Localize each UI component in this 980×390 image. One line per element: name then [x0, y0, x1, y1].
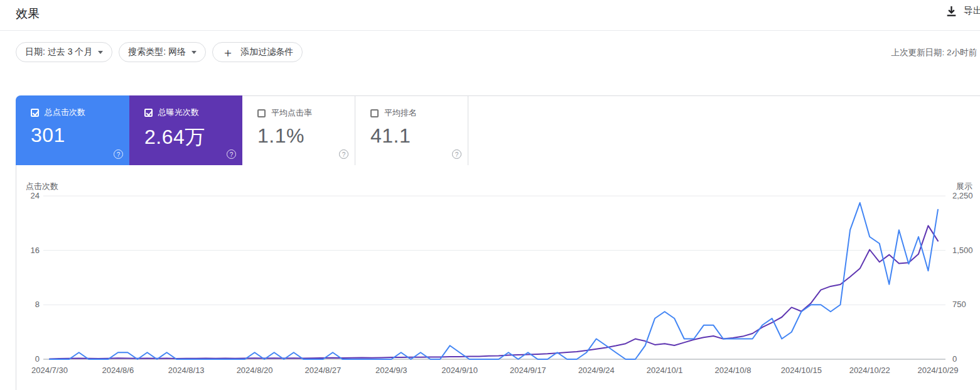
- x-axis-tick: 2024/9/3: [375, 366, 407, 375]
- download-icon: [945, 5, 957, 17]
- x-axis-tick: 2024/7/30: [31, 366, 68, 375]
- x-axis-tick: 2024/8/20: [237, 366, 273, 375]
- y-right-tick: 750: [952, 300, 966, 309]
- y-left-tick: 24: [31, 191, 40, 200]
- x-axis-tick: 2024/10/22: [849, 366, 890, 375]
- date-filter-label: 日期: 过去 3 个月: [25, 46, 92, 58]
- add-filter-label: 添加过滤条件: [240, 46, 293, 58]
- y-left-axis-title: 点击次数: [26, 181, 58, 191]
- header-divider: [0, 30, 980, 31]
- y-right-tick: 2,250: [952, 191, 973, 200]
- plus-icon: ＋: [222, 46, 234, 58]
- performance-panel: 总点击次数 301 ? 总曝光次数 2.64万 ? 平均点击率 1.1% ? 平…: [16, 95, 980, 390]
- impressions-line: [50, 225, 938, 359]
- y-left-tick: 16: [31, 246, 40, 255]
- export-button[interactable]: 导出: [945, 5, 980, 17]
- y-right-tick: 0: [952, 354, 957, 364]
- x-axis-tick: 2024/10/29: [918, 366, 959, 375]
- x-axis-tick: 2024/8/6: [102, 366, 134, 375]
- clicks-line: [50, 203, 938, 359]
- filter-bar: 日期: 过去 3 个月 搜索类型: 网络 ＋ 添加过滤条件: [16, 42, 303, 62]
- chevron-down-icon: [191, 51, 197, 54]
- y-right-tick: 1,500: [952, 246, 973, 255]
- x-axis-tick: 2024/8/13: [168, 366, 205, 375]
- x-axis-tick: 2024/9/10: [441, 366, 478, 375]
- x-axis-tick: 2024/8/27: [304, 366, 341, 375]
- y-right-axis-title: 展示: [956, 181, 972, 191]
- page-title: 效果: [16, 6, 40, 22]
- x-axis-tick: 2024/9/17: [510, 366, 546, 375]
- x-axis-tick: 2024/10/1: [647, 366, 683, 375]
- search-type-filter-chip[interactable]: 搜索类型: 网络: [119, 42, 206, 62]
- x-axis-tick: 2024/10/15: [781, 366, 822, 375]
- y-left-tick: 8: [35, 300, 40, 309]
- date-filter-chip[interactable]: 日期: 过去 3 个月: [16, 42, 112, 62]
- chevron-down-icon: [98, 51, 103, 54]
- x-axis-tick: 2024/9/24: [578, 366, 615, 375]
- last-updated-text: 上次更新日期: 2小时前: [891, 47, 977, 58]
- x-axis-tick: 2024/10/8: [715, 366, 751, 375]
- search-type-label: 搜索类型: 网络: [128, 46, 186, 58]
- add-filter-chip[interactable]: ＋ 添加过滤条件: [212, 42, 303, 62]
- export-label: 导出: [964, 5, 980, 17]
- performance-chart[interactable]: 08162407501,5002,250点击次数展示2024/7/302024/…: [16, 96, 980, 390]
- y-left-tick: 0: [35, 354, 40, 364]
